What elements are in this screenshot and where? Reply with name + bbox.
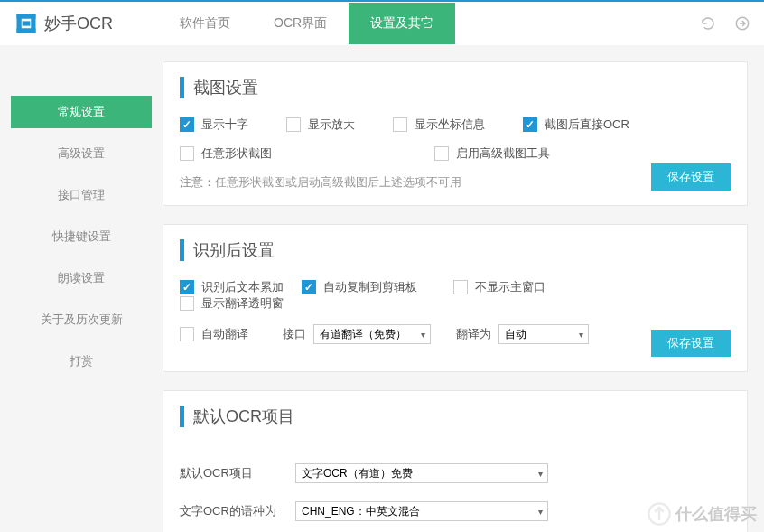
screenshot-save-button[interactable]: 保存设置 — [651, 163, 731, 191]
translate-to-select[interactable]: 自动 — [498, 324, 589, 344]
afterocr-panel: 识别后设置 识别后文本累加 自动复制到剪辑板 不显示主窗口 显示翻译透明窗 自动… — [163, 224, 748, 372]
main: 截图设置 显示十字 显示放大 显示坐标信息 截图后直接OCR 任意形状截图 启用… — [163, 45, 764, 532]
nav-ocr[interactable]: OCR界面 — [252, 3, 349, 44]
refresh-icon[interactable] — [700, 15, 716, 32]
lang-select[interactable]: CHN_ENG：中英文混合 — [295, 501, 548, 521]
check-trans-overlay-label: 显示翻译透明窗 — [201, 295, 284, 312]
screenshot-note: 注意：任意形状截图或启动高级截图后上述选项不可用 — [180, 174, 731, 191]
check-advtool[interactable] — [434, 146, 449, 161]
default-title: 默认OCR项目 — [180, 406, 731, 427]
check-append[interactable] — [180, 280, 194, 294]
header-icons — [700, 15, 750, 32]
sidebar-donate[interactable]: 打赏 — [11, 345, 152, 378]
svg-rect-4 — [23, 21, 31, 25]
screenshot-panel: 截图设置 显示十字 显示放大 显示坐标信息 截图后直接OCR 任意形状截图 启用… — [163, 61, 748, 206]
exit-icon[interactable] — [734, 15, 750, 32]
check-direct-ocr[interactable] — [523, 117, 537, 132]
check-freeshape[interactable] — [180, 146, 194, 161]
app-name: 妙手OCR — [44, 13, 113, 34]
check-zoom[interactable] — [286, 117, 301, 132]
nav: 软件首页 OCR界面 设置及其它 — [158, 3, 455, 44]
project-select[interactable]: 文字OCR（有道）免费 — [295, 463, 548, 483]
watermark-icon — [647, 501, 672, 527]
check-auto-translate-label: 自动翻译 — [201, 326, 248, 342]
logo-icon — [14, 11, 39, 36]
body: 常规设置 高级设置 接口管理 快捷键设置 朗读设置 关于及历次更新 打赏 截图设… — [0, 45, 764, 532]
translate-to-label: 翻译为 — [456, 326, 491, 342]
check-zoom-label: 显示放大 — [308, 117, 355, 133]
project-label: 默认OCR项目 — [180, 465, 288, 481]
check-auto-translate[interactable] — [180, 327, 194, 341]
check-clipboard-label: 自动复制到剪辑板 — [323, 279, 417, 295]
api-label: 接口 — [283, 326, 306, 342]
screenshot-title: 截图设置 — [180, 77, 731, 98]
check-hide-main-label: 不显示主窗口 — [475, 279, 545, 295]
check-coord[interactable] — [393, 117, 407, 132]
nav-home[interactable]: 软件首页 — [158, 3, 252, 44]
afterocr-title: 识别后设置 — [180, 239, 731, 261]
nav-settings[interactable]: 设置及其它 — [349, 3, 455, 44]
sidebar-advanced[interactable]: 高级设置 — [11, 137, 152, 170]
afterocr-save-button[interactable]: 保存设置 — [651, 330, 731, 357]
sidebar-read[interactable]: 朗读设置 — [11, 262, 152, 294]
logo: 妙手OCR — [14, 11, 113, 36]
check-cross[interactable] — [180, 117, 194, 132]
watermark: 什么值得买 — [647, 501, 757, 527]
sidebar-general[interactable]: 常规设置 — [11, 96, 152, 128]
sidebar-about[interactable]: 关于及历次更新 — [11, 303, 152, 336]
check-advtool-label: 启用高级截图工具 — [456, 145, 550, 162]
header: 妙手OCR 软件首页 OCR界面 设置及其它 — [0, 0, 764, 45]
sidebar: 常规设置 高级设置 接口管理 快捷键设置 朗读设置 关于及历次更新 打赏 — [0, 45, 163, 532]
check-clipboard[interactable] — [302, 280, 316, 294]
check-append-label: 识别后文本累加 — [201, 279, 284, 295]
check-cross-label: 显示十字 — [201, 117, 248, 133]
check-trans-overlay[interactable] — [180, 296, 194, 311]
check-hide-main[interactable] — [453, 280, 468, 294]
api-select[interactable]: 有道翻译（免费） — [313, 324, 431, 344]
sidebar-api[interactable]: 接口管理 — [11, 179, 152, 211]
check-direct-ocr-label: 截图后直接OCR — [545, 117, 629, 133]
sidebar-shortcut[interactable]: 快捷键设置 — [11, 220, 152, 253]
lang-label: 文字OCR的语种为 — [180, 503, 288, 519]
check-coord-label: 显示坐标信息 — [415, 117, 485, 133]
check-freeshape-label: 任意形状截图 — [201, 145, 272, 162]
svg-rect-3 — [17, 28, 36, 33]
